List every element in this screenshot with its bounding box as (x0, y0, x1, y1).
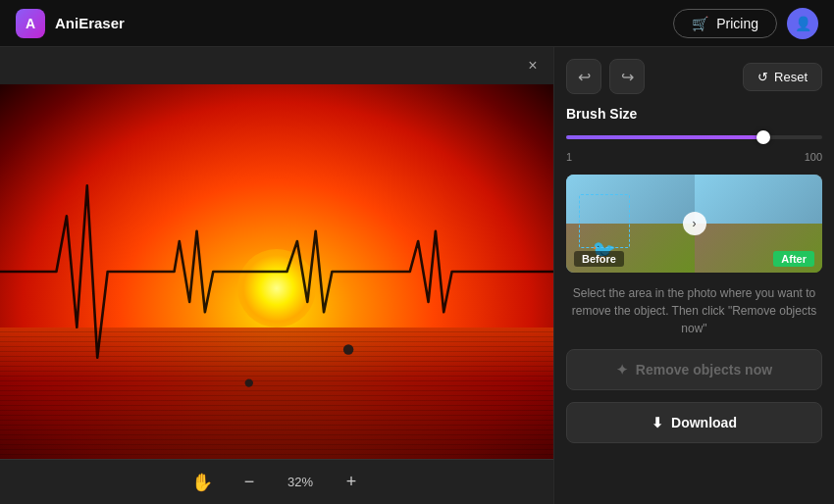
avatar-icon: 👤 (795, 16, 811, 31)
brush-size-slider[interactable] (566, 127, 822, 147)
instruction-text: Select the area in the photo where you w… (566, 284, 822, 337)
after-label: After (773, 251, 814, 267)
download-label: Download (671, 415, 737, 430)
right-panel: ↩ ↪ ↺ Reset Brush Size 1 100 (553, 47, 834, 504)
canvas-image[interactable] (0, 84, 553, 459)
arrow-icon: › (693, 217, 697, 230)
slider-fill (566, 135, 763, 139)
redo-button[interactable]: ↪ (609, 59, 645, 94)
sunset-background (0, 84, 553, 459)
controls-row: ↩ ↪ ↺ Reset (566, 59, 822, 94)
app-title: AniEraser (55, 15, 125, 31)
pricing-button[interactable]: 🛒 Pricing (673, 9, 777, 38)
undo-icon: ↩ (578, 68, 591, 86)
before-after-preview: 🐦 › Before After (566, 175, 822, 273)
sun-glow (237, 249, 316, 328)
reset-button[interactable]: ↺ Reset (743, 63, 822, 91)
main-layout: × ✋ − (0, 47, 834, 504)
user-avatar[interactable]: 👤 (787, 8, 818, 39)
zoom-in-button[interactable]: + (336, 467, 367, 498)
download-button[interactable]: ⬇ Download (566, 402, 822, 443)
hand-tool[interactable]: ✋ (186, 467, 218, 498)
selection-box (579, 194, 630, 248)
redo-icon: ↪ (621, 68, 634, 86)
reset-icon: ↺ (757, 70, 768, 84)
close-button[interactable]: × (522, 55, 544, 76)
app-logo: A (16, 9, 45, 38)
remove-objects-button[interactable]: ✦ Remove objects now (566, 349, 822, 390)
canvas-toolbar: ✋ − 32% + (0, 459, 553, 504)
minus-icon: − (244, 472, 255, 492)
slider-max: 100 (805, 151, 822, 163)
canvas-area: × ✋ − (0, 47, 553, 504)
brush-size-label: Brush Size (566, 106, 822, 122)
canvas-header: × (0, 47, 553, 84)
water-ripple (0, 328, 553, 459)
reset-label: Reset (774, 70, 808, 84)
undo-button[interactable]: ↩ (566, 59, 601, 94)
remove-icon: ✦ (616, 362, 628, 378)
download-icon: ⬇ (652, 415, 663, 430)
hand-icon: ✋ (191, 472, 213, 493)
cart-icon: 🛒 (692, 16, 708, 31)
plus-icon: + (346, 472, 357, 492)
pricing-label: Pricing (716, 16, 758, 31)
slider-range: 1 100 (566, 151, 822, 163)
before-label: Before (574, 251, 624, 267)
preview-divider: › (683, 212, 706, 235)
brush-size-section: Brush Size 1 100 (566, 106, 822, 163)
slider-track (566, 135, 822, 139)
topbar: A AniEraser 🛒 Pricing 👤 (0, 0, 834, 47)
slider-thumb[interactable] (756, 130, 770, 144)
zoom-level: 32% (281, 475, 320, 489)
zoom-out-button[interactable]: − (234, 467, 265, 498)
remove-label: Remove objects now (636, 362, 772, 378)
slider-min: 1 (566, 151, 572, 163)
